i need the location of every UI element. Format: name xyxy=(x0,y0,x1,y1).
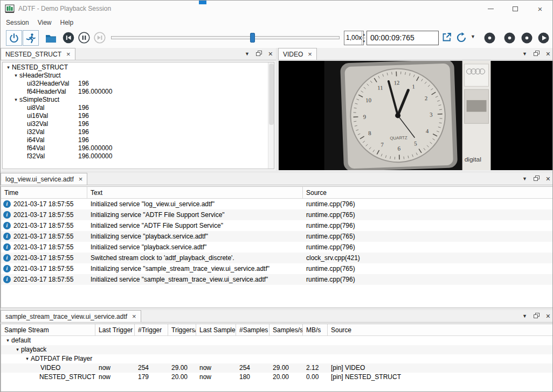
tab-close-icon[interactable]: × xyxy=(66,51,71,58)
spin-down-icon[interactable]: ▼ xyxy=(362,38,365,45)
column-header[interactable]: Time xyxy=(1,187,87,198)
log-row[interactable]: i2021-03-17 18:57:55Initializing service… xyxy=(1,209,553,220)
tab-close-icon[interactable]: × xyxy=(132,313,136,320)
panel-menu-arrow-icon[interactable]: ▼ xyxy=(522,51,527,57)
log-row[interactable]: i2021-03-17 18:57:55Initializing service… xyxy=(1,231,553,242)
tree-row[interactable]: f64HeaderVal196.000000 xyxy=(3,88,274,96)
tab-label: sample_stream_trace_view.ui_service.adtf xyxy=(5,313,127,320)
expand-arrow-icon[interactable]: ▾ xyxy=(5,64,12,72)
panel-menu-arrow-icon[interactable]: ▼ xyxy=(522,313,527,319)
tab-sample-stream-trace[interactable]: sample_stream_trace_view.ui_service.adtf… xyxy=(1,310,141,322)
tree-row[interactable]: i64Val196 xyxy=(3,136,274,144)
marker-button-3[interactable] xyxy=(521,32,533,45)
trace-cell xyxy=(168,336,196,345)
trace-row[interactable]: ▾ADTFDAT File Player xyxy=(1,354,553,363)
loop-dropdown-arrow-icon[interactable]: ▼ xyxy=(471,34,475,39)
tab-close-icon[interactable]: × xyxy=(79,176,83,183)
speed-spin-buttons[interactable]: ▲▼ xyxy=(362,31,365,45)
log-time-text: 2021-03-17 18:57:55 xyxy=(13,209,73,220)
log-row[interactable]: i2021-03-17 18:57:55Initialized service … xyxy=(1,199,553,209)
column-header[interactable]: Last Sample xyxy=(196,324,236,335)
expand-arrow-icon[interactable]: ▾ xyxy=(12,96,19,104)
float-panel-icon[interactable] xyxy=(534,175,540,183)
trace-cell xyxy=(303,354,328,363)
column-header[interactable]: #Trigger xyxy=(135,324,168,335)
tab-close-icon[interactable]: × xyxy=(308,51,312,58)
skip-backward-button[interactable] xyxy=(63,32,74,45)
run-button[interactable] xyxy=(23,30,39,46)
tab-log-view[interactable]: log_view.ui_service.adtf × xyxy=(1,173,87,185)
column-header[interactable]: Triggers/s xyxy=(168,324,196,335)
close-panel-icon[interactable]: × xyxy=(268,50,273,58)
tree-row[interactable]: f64Val196.000000 xyxy=(3,144,274,152)
tab-label: VIDEO xyxy=(283,51,303,58)
tree-row[interactable]: ▾NESTED_STRUCT xyxy=(3,64,274,72)
marker-button-4[interactable] xyxy=(538,32,549,45)
expand-arrow-icon[interactable]: ▾ xyxy=(14,345,21,354)
log-row[interactable]: i2021-03-17 18:57:55Initialized service … xyxy=(1,242,553,253)
column-header[interactable]: Text xyxy=(87,187,303,198)
timeline-slider-handle[interactable] xyxy=(250,33,255,43)
tree-row[interactable]: ▾sHeaderStruct xyxy=(3,72,274,80)
maximize-button[interactable] xyxy=(503,1,528,17)
tree-row[interactable]: i32Val196 xyxy=(3,128,274,136)
trace-row[interactable]: ▾default xyxy=(1,336,553,345)
pause-button[interactable] xyxy=(78,32,90,45)
info-icon: i xyxy=(3,211,11,219)
log-row[interactable]: i2021-03-17 18:57:55Switched stream cloc… xyxy=(1,253,553,263)
column-header[interactable]: Sample Stream xyxy=(1,324,95,335)
video-frame: 121234567891011 QUARTZ digital xyxy=(279,61,553,170)
info-icon: i xyxy=(3,243,11,251)
log-row[interactable]: i2021-03-17 18:57:55Initialized service … xyxy=(1,274,553,285)
float-panel-icon[interactable] xyxy=(534,50,540,58)
power-icon xyxy=(9,33,19,44)
close-button[interactable]: × xyxy=(528,1,552,17)
skip-backward-icon xyxy=(63,32,74,44)
column-header[interactable]: #Samples xyxy=(236,324,269,335)
open-file-button[interactable] xyxy=(44,32,58,45)
tree-row[interactable]: ▾sSimpleStruct xyxy=(3,96,274,104)
column-header[interactable]: Last Trigger xyxy=(95,324,135,335)
tab-video[interactable]: VIDEO × xyxy=(278,48,317,60)
column-header[interactable]: MB/s xyxy=(303,324,328,335)
marker-button-2[interactable] xyxy=(504,32,515,45)
trace-row[interactable]: ▾playback xyxy=(1,345,553,354)
spin-up-icon[interactable]: ▲ xyxy=(362,31,365,38)
tree-row[interactable]: ui16Val196 xyxy=(3,112,274,120)
tree-row[interactable]: f32Val196.000000 xyxy=(3,152,274,160)
trace-row[interactable]: NESTED_STRUCTnow17920.00now18020.000.00[… xyxy=(1,373,553,382)
expand-arrow-icon[interactable]: ▾ xyxy=(12,72,19,80)
float-panel-icon[interactable] xyxy=(256,50,262,58)
tab-nested-struct[interactable]: NESTED_STRUCT × xyxy=(1,48,75,60)
expand-arrow-icon[interactable]: ▾ xyxy=(4,336,11,345)
close-panel-icon[interactable]: × xyxy=(546,312,550,320)
expand-arrow-icon[interactable]: ▾ xyxy=(24,354,31,363)
log-row[interactable]: i2021-03-17 18:57:55Initializing service… xyxy=(1,263,553,274)
menu-view[interactable]: View xyxy=(33,17,56,28)
trace-row[interactable]: VIDEOnow25429.00now25429.002.12[pin] VID… xyxy=(1,363,553,373)
tree-row[interactable]: ui32Val196 xyxy=(3,120,274,128)
minimize-button[interactable] xyxy=(478,1,503,17)
speed-spinbox[interactable]: 1,00x ▲▼ xyxy=(344,31,364,45)
column-header[interactable]: Samples/s xyxy=(269,324,303,335)
log-time-text: 2021-03-17 18:57:55 xyxy=(13,274,73,285)
close-panel-icon[interactable]: × xyxy=(546,174,550,183)
column-header[interactable]: Source xyxy=(303,187,553,198)
column-header[interactable]: Source xyxy=(328,324,553,335)
panel-menu-arrow-icon[interactable]: ▼ xyxy=(522,176,527,181)
close-panel-icon[interactable]: × xyxy=(546,50,550,58)
tree-row[interactable]: ui32HeaderVal196 xyxy=(3,80,274,88)
panel-menu-arrow-icon[interactable]: ▼ xyxy=(245,51,250,57)
power-button[interactable] xyxy=(6,30,22,46)
float-panel-icon[interactable] xyxy=(534,312,540,320)
skip-forward-button[interactable] xyxy=(94,32,106,45)
menu-help[interactable]: Help xyxy=(56,17,78,28)
timeline-slider[interactable] xyxy=(111,36,340,39)
tree-row[interactable]: ui8Val196 xyxy=(3,104,274,112)
log-row[interactable]: i2021-03-17 18:57:55Initialized service … xyxy=(1,220,553,231)
loop-button[interactable] xyxy=(455,32,468,45)
detach-button[interactable] xyxy=(441,32,452,44)
svg-text:8: 8 xyxy=(368,130,371,136)
menu-session[interactable]: Session xyxy=(2,17,33,28)
marker-button-1[interactable] xyxy=(484,32,495,45)
